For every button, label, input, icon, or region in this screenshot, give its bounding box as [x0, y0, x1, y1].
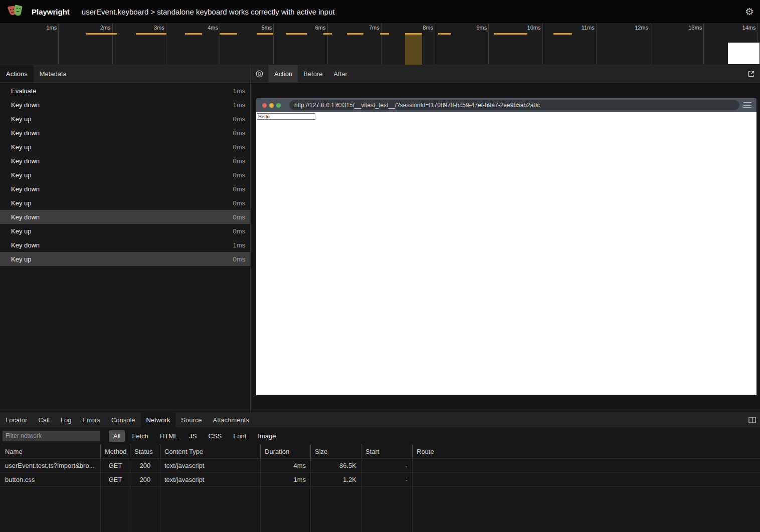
network-table: Name Method Status Content Type Duration… — [0, 444, 760, 532]
hamburger-menu-icon — [743, 102, 751, 110]
timeline-action-marker[interactable] — [136, 33, 166, 35]
details-tab[interactable]: Network 2 — [141, 412, 176, 427]
details-tab[interactable]: Source — [175, 412, 207, 427]
cell-content-type: text/javascript — [160, 459, 260, 472]
timeline[interactable]: 1ms 2ms 3ms 4ms 5ms 6ms 7ms 8ms 9ms 10ms… — [0, 23, 760, 65]
snapshot-tab[interactable]: After — [328, 65, 352, 82]
timeline-tick-label: 1ms — [5, 23, 59, 65]
cell-status: 200 — [130, 459, 160, 472]
network-filter-chip[interactable]: All — [109, 430, 125, 442]
action-list-item[interactable]: Key up l 0ms — [0, 196, 250, 210]
network-filter-chip[interactable]: Image — [253, 430, 280, 442]
action-label: Key up — [11, 199, 31, 207]
traffic-light-yellow-icon — [269, 103, 274, 108]
action-label: Key down — [11, 157, 40, 165]
details-tab[interactable]: Call — [33, 412, 55, 427]
timeline-screenshot-thumbnail[interactable] — [728, 43, 759, 64]
column-header-start: Start — [361, 444, 412, 458]
action-duration: 0ms — [233, 185, 245, 193]
browser-snapshot: http://127.0.0.1:63315/__vitest_test__/?… — [256, 98, 756, 395]
timeline-tick-label: 11ms — [543, 23, 597, 65]
pick-locator-button[interactable] — [251, 65, 269, 82]
details-tab[interactable]: Log — [55, 412, 77, 427]
action-list-item[interactable]: Key up H 0ms — [0, 112, 250, 126]
network-type-filters: All Fetch HTML JS CSS Fon — [109, 430, 283, 442]
action-list-item[interactable]: Key down H 1ms — [0, 98, 250, 112]
timeline-tick-label: 13ms — [650, 23, 704, 65]
network-table-row[interactable]: button.css GET 200 text/javascript 1ms 1… — [0, 473, 760, 487]
cell-size: 86.5K — [310, 459, 361, 472]
cell-start: - — [361, 473, 412, 486]
filter-network-input[interactable] — [3, 431, 100, 441]
timeline-action-marker[interactable] — [185, 33, 202, 35]
action-list-item[interactable]: Evaluate 1ms — [0, 84, 250, 98]
details-tab[interactable]: Errors — [77, 412, 105, 427]
column-header-duration: Duration — [260, 444, 310, 458]
timeline-action-marker[interactable] — [494, 33, 527, 35]
column-header-content-type: Content Type — [160, 444, 260, 458]
page-text-input — [257, 113, 315, 120]
timeline-tick-label: 12ms — [597, 23, 650, 65]
action-duration: 1ms — [233, 241, 245, 249]
open-snapshot-button[interactable] — [747, 65, 760, 82]
timeline-tick-label: 5ms — [220, 23, 274, 65]
cell-status: 200 — [130, 473, 160, 486]
timeline-action-marker[interactable] — [405, 33, 422, 35]
actions-panel-tab[interactable]: Metadata — [34, 65, 73, 82]
column-header-method: Method — [100, 444, 130, 458]
action-list-item[interactable]: Key down o 0ms — [0, 210, 250, 224]
action-duration: 0ms — [233, 255, 245, 263]
action-list-item[interactable]: Key down Backspace 1ms — [0, 238, 250, 252]
timeline-tick-label: 9ms — [435, 23, 489, 65]
network-filter-chip[interactable]: CSS — [204, 430, 227, 442]
timeline-action-marker[interactable] — [553, 33, 572, 35]
snapshot-tab[interactable]: Before — [298, 65, 328, 82]
actions-tab-bar: Actions Metadata — [0, 65, 250, 83]
url-bar: http://127.0.0.1:63315/__vitest_test__/?… — [289, 100, 739, 110]
network-filter-chip[interactable]: HTML — [155, 430, 182, 442]
timeline-tick-label: 4ms — [166, 23, 220, 65]
traffic-light-green-icon — [276, 103, 281, 108]
action-duration: 0ms — [233, 171, 245, 179]
cell-route — [412, 473, 760, 486]
timeline-action-marker[interactable] — [220, 33, 237, 35]
timeline-action-marker[interactable] — [380, 33, 389, 35]
gear-icon[interactable]: ⚙ — [745, 7, 754, 17]
action-duration: 0ms — [233, 213, 245, 221]
details-tab[interactable]: Console — [106, 412, 141, 427]
snapshot-content: http://127.0.0.1:63315/__vitest_test__/?… — [251, 83, 760, 412]
action-list-item[interactable]: Key down l 0ms — [0, 154, 250, 168]
timeline-action-marker[interactable] — [257, 33, 273, 35]
action-duration: 0ms — [233, 143, 245, 151]
toggle-layout-button[interactable] — [748, 412, 760, 427]
actions-panel: Actions Metadata Evaluate 1ms Key down H — [0, 65, 251, 412]
network-filter-chip[interactable]: Font — [229, 430, 251, 442]
action-label: Key up — [11, 171, 31, 179]
timeline-action-marker[interactable] — [286, 33, 307, 35]
timeline-action-marker[interactable] — [323, 33, 332, 35]
snapshot-page — [256, 112, 756, 395]
timeline-action-marker[interactable] — [438, 33, 451, 35]
network-filter-chip[interactable]: Fetch — [127, 430, 153, 442]
column-header-name: Name — [0, 444, 100, 458]
network-table-row[interactable]: userEvent.test.ts?import&bro... GET 200 … — [0, 459, 760, 473]
action-duration: 1ms — [233, 101, 245, 109]
action-duration: 0ms — [233, 199, 245, 207]
timeline-action-marker[interactable] — [86, 33, 117, 35]
column-header-route: Route — [412, 444, 760, 458]
network-filter-chip[interactable]: JS — [184, 430, 201, 442]
action-list-item[interactable]: Key down l 0ms — [0, 182, 250, 196]
timeline-action-marker[interactable] — [347, 33, 363, 35]
network-table-empty-area — [0, 487, 760, 532]
action-list-item[interactable]: Key up e 0ms — [0, 140, 250, 154]
timeline-selected-range[interactable] — [405, 33, 422, 65]
action-list-item[interactable]: Key up l 0ms — [0, 168, 250, 182]
action-list-item[interactable]: Key down e 0ms — [0, 126, 250, 140]
details-tab[interactable]: Locator — [0, 412, 33, 427]
action-list-item[interactable]: Key up Backspace 0ms — [0, 252, 250, 266]
action-label: Evaluate — [11, 87, 37, 95]
actions-panel-tab[interactable]: Actions — [0, 65, 34, 82]
snapshot-tab[interactable]: Action — [269, 65, 298, 82]
action-list-item[interactable]: Key up o 0ms — [0, 224, 250, 238]
details-tab[interactable]: Attachments — [207, 412, 254, 427]
